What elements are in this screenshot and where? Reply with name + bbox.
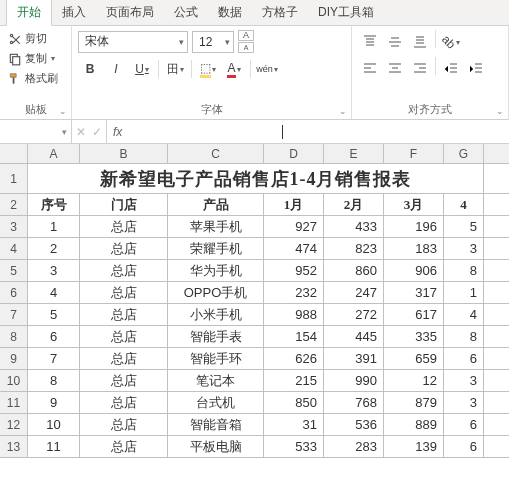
table-cell[interactable]: 6: [444, 348, 484, 369]
table-cell[interactable]: 879: [384, 392, 444, 413]
table-cell[interactable]: 196: [384, 216, 444, 237]
table-cell[interactable]: 823: [324, 238, 384, 259]
accept-formula-button[interactable]: ✓: [92, 125, 102, 139]
table-cell[interactable]: 台式机: [168, 392, 264, 413]
column-header[interactable]: B: [80, 144, 168, 163]
table-cell[interactable]: 9: [28, 392, 80, 413]
cut-button[interactable]: 剪切: [6, 30, 65, 47]
column-header[interactable]: G: [444, 144, 484, 163]
table-cell[interactable]: 154: [264, 326, 324, 347]
table-cell[interactable]: 4: [28, 282, 80, 303]
row-header[interactable]: 3: [0, 216, 28, 237]
row-header[interactable]: 13: [0, 436, 28, 457]
cancel-formula-button[interactable]: ✕: [76, 125, 86, 139]
increase-font-button[interactable]: A: [238, 30, 254, 41]
phonetic-button[interactable]: wén▾: [255, 57, 279, 81]
bold-button[interactable]: B: [78, 57, 102, 81]
table-cell[interactable]: 988: [264, 304, 324, 325]
table-cell[interactable]: 2: [28, 238, 80, 259]
row-header[interactable]: 1: [0, 164, 28, 193]
column-header[interactable]: A: [28, 144, 80, 163]
table-cell[interactable]: 8: [28, 370, 80, 391]
table-cell[interactable]: 283: [324, 436, 384, 457]
table-cell[interactable]: 139: [384, 436, 444, 457]
table-header-cell[interactable]: 1月: [264, 194, 324, 215]
table-header-cell[interactable]: 门店: [80, 194, 168, 215]
italic-button[interactable]: I: [104, 57, 128, 81]
table-cell[interactable]: 总店: [80, 282, 168, 303]
select-all-corner[interactable]: [0, 144, 28, 163]
table-cell[interactable]: 860: [324, 260, 384, 281]
report-title[interactable]: 新希望电子产品销售店1-4月销售报表: [28, 164, 484, 193]
column-header[interactable]: C: [168, 144, 264, 163]
fill-color-button[interactable]: ⬚▾: [196, 57, 220, 81]
table-cell[interactable]: 总店: [80, 436, 168, 457]
align-center-button[interactable]: [383, 57, 407, 81]
table-header-cell[interactable]: 产品: [168, 194, 264, 215]
table-header-cell[interactable]: 3月: [384, 194, 444, 215]
align-middle-button[interactable]: [383, 30, 407, 54]
table-cell[interactable]: 433: [324, 216, 384, 237]
table-cell[interactable]: 317: [384, 282, 444, 303]
table-cell[interactable]: 659: [384, 348, 444, 369]
table-cell[interactable]: OPPO手机: [168, 282, 264, 303]
increase-indent-button[interactable]: [464, 57, 488, 81]
table-cell[interactable]: 总店: [80, 304, 168, 325]
table-cell[interactable]: 272: [324, 304, 384, 325]
table-cell[interactable]: 8: [444, 260, 484, 281]
row-header[interactable]: 12: [0, 414, 28, 435]
table-cell[interactable]: 5: [28, 304, 80, 325]
chevron-down-icon[interactable]: ▾: [237, 65, 241, 74]
decrease-font-button[interactable]: A: [238, 42, 254, 53]
table-cell[interactable]: 247: [324, 282, 384, 303]
dialog-launcher-icon[interactable]: ⌄: [59, 106, 67, 116]
table-cell[interactable]: 474: [264, 238, 324, 259]
table-cell[interactable]: 6: [444, 414, 484, 435]
chevron-down-icon[interactable]: ▾: [212, 65, 216, 74]
name-box[interactable]: ▾: [0, 120, 72, 143]
chevron-down-icon[interactable]: ▾: [179, 37, 184, 47]
align-bottom-button[interactable]: [408, 30, 432, 54]
table-cell[interactable]: 荣耀手机: [168, 238, 264, 259]
table-cell[interactable]: 总店: [80, 326, 168, 347]
table-cell[interactable]: 6: [28, 326, 80, 347]
dialog-launcher-icon[interactable]: ⌄: [496, 106, 504, 116]
chevron-down-icon[interactable]: ▾: [145, 65, 149, 74]
table-header-cell[interactable]: 4: [444, 194, 484, 215]
table-cell[interactable]: 苹果手机: [168, 216, 264, 237]
table-cell[interactable]: 11: [28, 436, 80, 457]
table-cell[interactable]: 华为手机: [168, 260, 264, 281]
chevron-down-icon[interactable]: ▾: [51, 54, 55, 63]
tab-插入[interactable]: 插入: [52, 0, 96, 25]
table-cell[interactable]: 3: [444, 370, 484, 391]
table-cell[interactable]: 952: [264, 260, 324, 281]
column-header[interactable]: E: [324, 144, 384, 163]
row-header[interactable]: 8: [0, 326, 28, 347]
table-cell[interactable]: 总店: [80, 348, 168, 369]
table-cell[interactable]: 总店: [80, 414, 168, 435]
tab-公式[interactable]: 公式: [164, 0, 208, 25]
table-cell[interactable]: 1: [28, 216, 80, 237]
table-cell[interactable]: 笔记本: [168, 370, 264, 391]
table-cell[interactable]: 533: [264, 436, 324, 457]
format-painter-button[interactable]: 格式刷: [6, 70, 65, 87]
table-cell[interactable]: 6: [444, 436, 484, 457]
column-header[interactable]: D: [264, 144, 324, 163]
table-cell[interactable]: 总店: [80, 260, 168, 281]
table-cell[interactable]: 总店: [80, 216, 168, 237]
table-cell[interactable]: 906: [384, 260, 444, 281]
border-button[interactable]: 田▾: [163, 57, 187, 81]
align-top-button[interactable]: [358, 30, 382, 54]
table-cell[interactable]: 总店: [80, 370, 168, 391]
table-cell[interactable]: 990: [324, 370, 384, 391]
fx-icon[interactable]: fx: [107, 125, 128, 139]
table-cell[interactable]: 7: [28, 348, 80, 369]
underline-button[interactable]: U▾: [130, 57, 154, 81]
table-cell[interactable]: 850: [264, 392, 324, 413]
table-cell[interactable]: 445: [324, 326, 384, 347]
chevron-down-icon[interactable]: ▾: [225, 37, 230, 47]
table-cell[interactable]: 31: [264, 414, 324, 435]
orientation-button[interactable]: ab▾: [439, 30, 463, 54]
row-header[interactable]: 11: [0, 392, 28, 413]
table-cell[interactable]: 3: [444, 392, 484, 413]
